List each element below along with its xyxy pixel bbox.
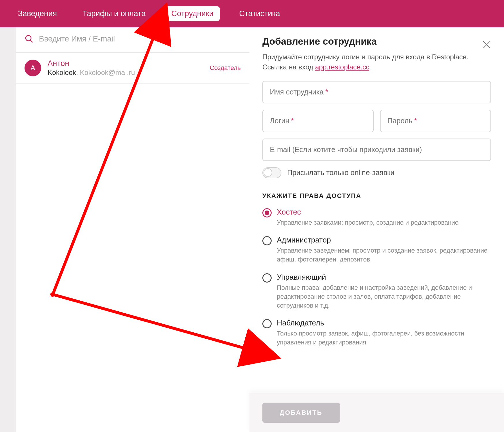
nav-item-tariffs[interactable]: Тарифы и оплата (76, 6, 152, 21)
panel-description: Придумайте сотруднику логин и пароль для… (262, 52, 491, 72)
nav-item-employees[interactable]: Сотрудники (165, 6, 220, 21)
radio-icon (262, 208, 272, 217)
employee-info: Антон Kokolook, Kokolook@ma .ru (48, 59, 203, 77)
role-title: Наблюдатель (277, 319, 491, 327)
radio-icon (262, 236, 272, 245)
employee-role-badge: Создатель (210, 64, 241, 72)
employee-subline: Kokolook, Kokolook@ma .ru (48, 69, 203, 77)
svg-line-1 (30, 40, 33, 42)
online-only-label: Присылать только online-заявки (287, 168, 394, 177)
toggle-knob (264, 168, 272, 177)
panel-title: Добавление сотрудника (262, 36, 491, 47)
top-nav: Заведения Тарифы и оплата Сотрудники Ста… (0, 0, 504, 27)
required-marker: * (414, 117, 417, 125)
employee-org: Kokolook, (48, 69, 80, 76)
form-body: Добавление сотрудника Придумайте сотрудн… (249, 27, 504, 393)
employee-name-label: Имя сотрудника (270, 88, 324, 96)
required-marker: * (291, 117, 294, 125)
role-desc: Полные права: добавление и настройка зав… (277, 283, 491, 310)
role-option-observer[interactable]: Наблюдатель Только просмотр заявок, афиш… (262, 319, 491, 347)
login-label: Логин (270, 117, 289, 125)
search-icon (25, 34, 34, 43)
required-marker: * (325, 88, 328, 96)
email-input[interactable] (270, 145, 484, 154)
role-title: Управляющий (277, 273, 491, 282)
role-option-admin[interactable]: Администратор Управление заведением: про… (262, 236, 491, 264)
login-field[interactable]: Логин* (262, 110, 374, 132)
add-button[interactable]: ДОБАВИТЬ (262, 403, 340, 423)
search-row (16, 27, 249, 53)
role-desc: Только просмотр заявок, афиш, фотогалере… (277, 329, 491, 347)
online-only-toggle-row: Присылать только online-заявки (262, 167, 491, 178)
employees-list-panel: А Антон Kokolook, Kokolook@ma .ru Создат… (16, 27, 249, 432)
email-field[interactable] (262, 139, 491, 161)
close-icon[interactable] (482, 39, 492, 50)
radio-icon (262, 319, 272, 328)
password-label: Пароль (388, 117, 413, 125)
radio-icon (262, 273, 272, 283)
login-link[interactable]: app.restoplace.cc (315, 63, 369, 71)
password-field[interactable]: Пароль* (380, 110, 491, 132)
role-option-manager[interactable]: Управляющий Полные права: добавление и н… (262, 273, 491, 310)
role-desc: Управление заявками: просмотр, создание … (277, 218, 491, 227)
nav-item-places[interactable]: Заведения (12, 6, 63, 21)
employee-name: Антон (48, 59, 203, 68)
nav-item-statistics[interactable]: Статистика (233, 6, 286, 21)
role-title: Администратор (277, 236, 491, 245)
svg-point-0 (26, 35, 31, 41)
role-option-hostess[interactable]: Хостес Управление заявками: просмотр, со… (262, 208, 491, 227)
role-title: Хостес (277, 208, 491, 217)
employee-email: Kokolook@ma .ru (80, 69, 135, 76)
employee-name-field[interactable]: Имя сотрудника* (262, 81, 491, 103)
search-input[interactable] (39, 35, 241, 43)
panel-footer: ДОБАВИТЬ (249, 393, 504, 432)
add-employee-panel: Добавление сотрудника Придумайте сотрудн… (249, 27, 504, 432)
avatar: А (25, 60, 41, 76)
content-area: А Антон Kokolook, Kokolook@ma .ru Создат… (0, 27, 504, 432)
employee-row[interactable]: А Антон Kokolook, Kokolook@ma .ru Создат… (16, 53, 249, 84)
access-rights-header: УКАЖИТЕ ПРАВА ДОСТУПА (262, 192, 491, 200)
online-only-toggle[interactable] (262, 167, 281, 178)
role-desc: Управление заведением: просмотр и создан… (277, 246, 491, 264)
